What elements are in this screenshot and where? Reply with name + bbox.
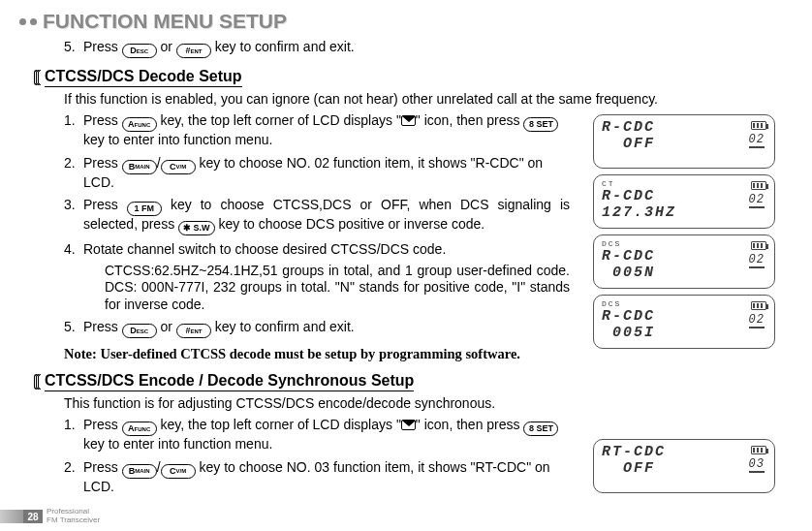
signal-icon [35, 374, 41, 390]
key-1-fm: 1 FM [127, 202, 162, 216]
lcd-display-stack: R-CDC02 OFF CT R-CDC02 127.3HZ DCS R-CDC… [593, 114, 775, 349]
key-a-func: AFUNC [122, 117, 157, 132]
section2-intro: This function is for adjusting CTCSS/DCS… [64, 395, 773, 411]
mail-icon [401, 420, 416, 430]
key-c-vm: CV/M [161, 464, 196, 479]
mail-icon [401, 115, 416, 126]
step-number: 3. [64, 197, 79, 235]
key-d: DESC [122, 324, 157, 338]
page-title: FUNCTION MENU SETUP [43, 10, 287, 33]
lcd-display: DCS R-CDC02 005N [593, 234, 775, 289]
section-title-sync: CTCSS/DCS Encode / Decode Synchronous Se… [45, 372, 414, 391]
key-c-vm: CV/M [161, 160, 196, 174]
step-number: 1. [64, 417, 79, 453]
battery-icon [751, 446, 766, 454]
key-8-set: 8 SET [523, 422, 558, 436]
title-bullets [19, 18, 37, 25]
section1-intro: If this function is enabled, you can ign… [64, 91, 773, 107]
battery-icon [751, 181, 766, 190]
lcd-display: CT R-CDC02 127.3HZ [593, 174, 775, 229]
lcd-display: RT-CDC03 OFF [593, 439, 775, 493]
battery-icon [751, 241, 766, 250]
key-b-main: BMAIN [122, 464, 157, 479]
key-star-sw: ✱ S.W [178, 221, 215, 235]
lcd-display: DCS R-CDC02 005I [593, 295, 775, 349]
key-a-func: AFUNC [122, 422, 157, 436]
step-number: 1. [64, 112, 79, 149]
key-8-set: 8 SET [523, 117, 558, 132]
key-hash: #ENT [176, 324, 211, 338]
key-d: DESC [122, 44, 157, 58]
step-number: 2. [64, 155, 79, 192]
lcd-display: R-CDC02 OFF [593, 114, 775, 169]
step-number: 5. [64, 319, 79, 338]
signal-icon [35, 70, 41, 85]
page-footer: 28 Professional FM Transceiver [0, 508, 100, 525]
step-number: 4. [64, 241, 79, 259]
page-number: 28 [23, 510, 43, 523]
step-number: 2. [64, 459, 79, 496]
section-title-decode: CTCSS/DCS Decode Setup [45, 68, 242, 87]
key-b-main: BMAIN [122, 160, 157, 174]
battery-icon [751, 121, 766, 130]
step-number: 5. [64, 39, 79, 58]
key-hash: #ENT [176, 44, 211, 58]
battery-icon [751, 301, 766, 310]
